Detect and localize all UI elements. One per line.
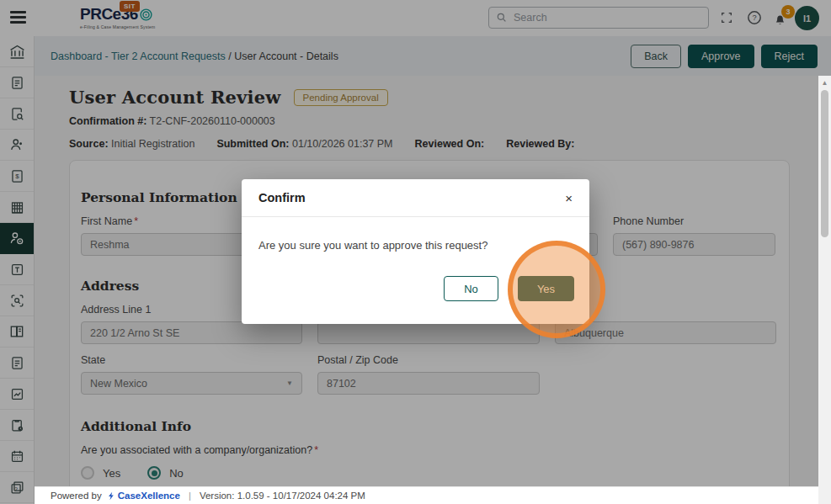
confirm-dialog-title: Confirm xyxy=(258,191,306,204)
scroll-up-icon[interactable]: ▲ xyxy=(818,76,831,87)
footer-divider: | xyxy=(189,491,191,501)
app-footer: Powered by CaseXellence | Version: 1.0.5… xyxy=(35,486,818,504)
powered-by-label: Powered by xyxy=(51,491,102,501)
no-button[interactable]: No xyxy=(444,276,498,301)
scrollbar-thumb[interactable] xyxy=(821,90,828,237)
confirm-dialog: Confirm × Are you sure you want to appro… xyxy=(242,179,589,324)
close-icon[interactable]: × xyxy=(565,192,573,204)
footer-version: Version: 1.0.59 - 10/17/2024 04:24 PM xyxy=(200,491,365,501)
casexellence-logo-icon xyxy=(107,491,116,501)
casexellence-brand: CaseXellence xyxy=(107,491,180,501)
confirm-dialog-header: Confirm × xyxy=(242,179,589,217)
confirm-dialog-message: Are you sure you want to approve this re… xyxy=(242,217,589,252)
yes-button[interactable]: Yes xyxy=(518,276,574,301)
page-scrollbar[interactable]: ▲ xyxy=(818,76,831,504)
